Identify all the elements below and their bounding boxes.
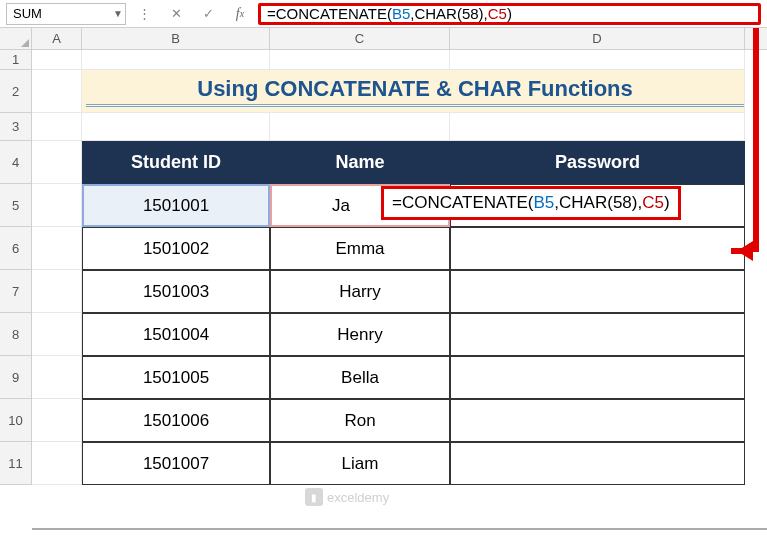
cell-formula-overlay: =CONCATENATE(B5,CHAR(58),C5) — [381, 186, 681, 220]
grid-row: 6 1501002 Emma — [0, 227, 767, 270]
page-title: Using CONCATENATE & CHAR Functions — [86, 76, 744, 107]
cell[interactable] — [32, 50, 82, 70]
table-cell[interactable] — [450, 356, 745, 399]
row-header[interactable]: 11 — [0, 442, 32, 485]
formula-input[interactable]: =CONCATENATE(B5,CHAR(58),C5) — [258, 3, 761, 25]
cell[interactable] — [32, 442, 82, 485]
table-cell[interactable]: Henry — [270, 313, 450, 356]
cell[interactable] — [82, 113, 270, 141]
formula-bar: SUM ▼ ⋮ ✕ ✓ fx =CONCATENATE(B5,CHAR(58),… — [0, 0, 767, 28]
col-header-C[interactable]: C — [270, 28, 450, 49]
enter-icon[interactable]: ✓ — [194, 3, 222, 25]
table-cell[interactable]: 1501004 — [82, 313, 270, 356]
grid-row: 11 1501007 Liam — [0, 442, 767, 485]
row-header[interactable]: 1 — [0, 50, 32, 70]
grid-row: 3 — [0, 113, 767, 141]
table-cell[interactable]: Bella — [270, 356, 450, 399]
watermark-badge-icon: ▮ — [305, 488, 323, 506]
cancel-icon[interactable]: ✕ — [162, 3, 190, 25]
grid-row: 2 Using CONCATENATE & CHAR Functions — [0, 70, 767, 113]
divider-icon: ⋮ — [130, 3, 158, 25]
table-cell[interactable] — [450, 442, 745, 485]
table-cell[interactable] — [450, 313, 745, 356]
grid-row: 10 1501006 Ron — [0, 399, 767, 442]
table-cell[interactable]: Harry — [270, 270, 450, 313]
table-cell[interactable] — [450, 399, 745, 442]
table-cell[interactable]: 1501003 — [82, 270, 270, 313]
cell[interactable] — [32, 313, 82, 356]
watermark-text: exceldemy — [327, 490, 389, 505]
column-headers: A B C D — [0, 28, 767, 50]
cell-B5[interactable]: 1501001 — [82, 184, 270, 227]
table-header-password[interactable]: Password — [450, 141, 745, 184]
cell[interactable] — [32, 227, 82, 270]
row-header[interactable]: 7 — [0, 270, 32, 313]
row-header[interactable]: 5 — [0, 184, 32, 227]
watermark: ▮ exceldemy — [305, 488, 389, 506]
cell[interactable] — [32, 270, 82, 313]
grid-row: 1 — [0, 50, 767, 70]
row-header[interactable]: 2 — [0, 70, 32, 113]
col-header-D[interactable]: D — [450, 28, 745, 49]
table-cell[interactable]: Ron — [270, 399, 450, 442]
grid-row: 7 1501003 Harry — [0, 270, 767, 313]
cell[interactable] — [32, 184, 82, 227]
formula-text: =CONCATENATE(B5,CHAR(58),C5) — [267, 5, 512, 22]
annotation-arrow — [753, 28, 759, 252]
name-box-value: SUM — [13, 6, 42, 21]
chevron-down-icon[interactable]: ▼ — [113, 8, 123, 19]
row-header[interactable]: 4 — [0, 141, 32, 184]
cell[interactable] — [450, 113, 745, 141]
col-header-A[interactable]: A — [32, 28, 82, 49]
cell[interactable] — [270, 113, 450, 141]
table-header-name[interactable]: Name — [270, 141, 450, 184]
table-header-id[interactable]: Student ID — [82, 141, 270, 184]
cell[interactable] — [32, 113, 82, 141]
spreadsheet-grid: 1 2 Using CONCATENATE & CHAR Functions 3… — [0, 50, 767, 485]
name-box[interactable]: SUM ▼ — [6, 3, 126, 25]
select-all-triangle[interactable] — [0, 28, 32, 49]
cell[interactable] — [32, 141, 82, 184]
table-cell[interactable]: Emma — [270, 227, 450, 270]
title-cell[interactable]: Using CONCATENATE & CHAR Functions — [82, 70, 270, 113]
row-header[interactable]: 8 — [0, 313, 32, 356]
cell[interactable] — [32, 356, 82, 399]
table-cell[interactable]: 1501006 — [82, 399, 270, 442]
row-header[interactable]: 6 — [0, 227, 32, 270]
cell[interactable] — [450, 50, 745, 70]
row-header[interactable]: 9 — [0, 356, 32, 399]
grid-row: 8 1501004 Henry — [0, 313, 767, 356]
row-header[interactable]: 10 — [0, 399, 32, 442]
table-cell[interactable]: 1501005 — [82, 356, 270, 399]
fx-icon[interactable]: fx — [226, 3, 254, 25]
table-cell[interactable] — [450, 270, 745, 313]
cell[interactable] — [32, 399, 82, 442]
cell[interactable] — [82, 50, 270, 70]
grid-row: 4 Student ID Name Password — [0, 141, 767, 184]
table-cell[interactable] — [450, 227, 745, 270]
cell[interactable] — [270, 50, 450, 70]
grid-row: 5 1501001 Ja =CONCATENATE(B5,CHAR(58),C5… — [0, 184, 767, 227]
grid-row: 9 1501005 Bella — [0, 356, 767, 399]
bottom-divider — [32, 528, 767, 530]
cell[interactable] — [32, 70, 82, 113]
row-header[interactable]: 3 — [0, 113, 32, 141]
table-cell[interactable]: Liam — [270, 442, 450, 485]
col-header-B[interactable]: B — [82, 28, 270, 49]
table-cell[interactable]: 1501002 — [82, 227, 270, 270]
table-cell[interactable]: 1501007 — [82, 442, 270, 485]
